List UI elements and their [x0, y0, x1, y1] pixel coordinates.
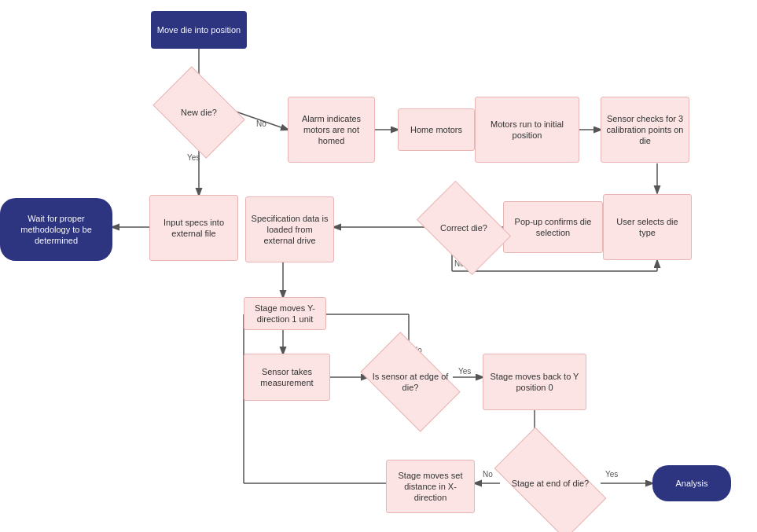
- motors-initial-box: Motors run to initial position: [475, 97, 579, 163]
- input-specs-box: Input specs into external file: [149, 195, 238, 261]
- label-no-stage-end: No: [483, 470, 493, 479]
- flowchart: No Yes Yes No No Yes No Yes Move die int…: [0, 0, 757, 532]
- arrows-svg: [0, 0, 757, 532]
- label-no-new-die: No: [256, 119, 266, 128]
- label-yes-stage-end: Yes: [605, 470, 618, 479]
- home-motors-box: Home motors: [398, 108, 475, 151]
- analysis-box: Analysis: [652, 465, 731, 501]
- user-selects-box: User selects die type: [603, 194, 692, 260]
- stage-back-y-box: Stage moves back to Y position 0: [483, 354, 586, 410]
- new-die-diamond: New die?: [161, 85, 237, 140]
- wait-box: Wait for proper methodology to be determ…: [0, 198, 112, 261]
- start-box: Move die into position: [151, 11, 247, 49]
- label-yes-new-die: Yes: [187, 153, 200, 162]
- sensor-check-box: Sensor checks for 3 calibration points o…: [601, 97, 689, 163]
- spec-loaded-box: Specification data is loaded from extern…: [245, 196, 334, 262]
- correct-die-diamond: Correct die?: [424, 200, 503, 255]
- stage-end-diamond: Stage at end of die?: [500, 454, 601, 512]
- label-yes-sensor-edge: Yes: [458, 367, 471, 376]
- stage-y-box: Stage moves Y-direction 1 unit: [244, 297, 326, 330]
- popup-confirm-box: Pop-up confirms die selection: [503, 201, 603, 253]
- alarm-box: Alarm indicates motors are not homed: [288, 97, 375, 163]
- stage-x-box: Stage moves set distance in X-direction: [386, 460, 475, 513]
- sensor-edge-diamond: Is sensor at edge of die?: [368, 354, 453, 410]
- sensor-measure-box: Sensor takes measurement: [244, 354, 330, 401]
